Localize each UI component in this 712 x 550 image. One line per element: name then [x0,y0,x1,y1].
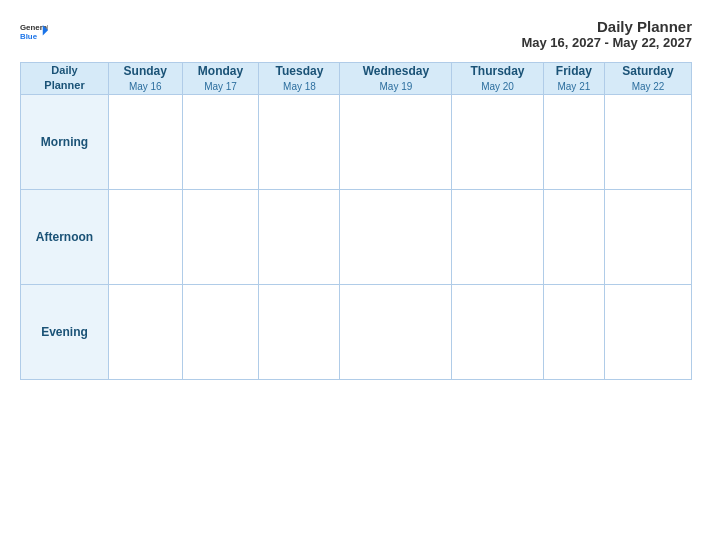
friday-date: May 21 [544,80,604,94]
generalblue-logo-icon: General Blue [20,18,48,46]
morning-tuesday[interactable] [259,94,340,189]
col-header-wednesday: Wednesday May 19 [340,63,452,95]
col-header-saturday: Saturday May 22 [605,63,692,95]
header-row: Daily Planner Sunday May 16 Monday May 1… [21,63,692,95]
evening-label: Evening [21,284,109,379]
logo: General Blue [20,18,48,46]
afternoon-saturday[interactable] [605,189,692,284]
evening-row: Evening [21,284,692,379]
evening-sunday[interactable] [109,284,183,379]
tuesday-name: Tuesday [259,63,339,80]
col-header-line1: Daily [51,64,77,76]
morning-friday[interactable] [543,94,604,189]
wednesday-name: Wednesday [340,63,451,80]
morning-sunday[interactable] [109,94,183,189]
afternoon-monday[interactable] [182,189,259,284]
afternoon-wednesday[interactable] [340,189,452,284]
col-header-friday: Friday May 21 [543,63,604,95]
page-header: General Blue Daily Planner May 16, 2027 … [20,18,692,50]
svg-text:Blue: Blue [20,32,38,41]
monday-name: Monday [183,63,259,80]
col-header-line2: Planner [44,79,84,91]
calendar-table: Daily Planner Sunday May 16 Monday May 1… [20,62,692,380]
afternoon-sunday[interactable] [109,189,183,284]
saturday-date: May 22 [605,80,691,94]
first-column-header: Daily Planner [21,63,109,95]
morning-saturday[interactable] [605,94,692,189]
morning-thursday[interactable] [452,94,543,189]
col-header-monday: Monday May 17 [182,63,259,95]
evening-wednesday[interactable] [340,284,452,379]
morning-row: Morning [21,94,692,189]
afternoon-tuesday[interactable] [259,189,340,284]
afternoon-friday[interactable] [543,189,604,284]
afternoon-thursday[interactable] [452,189,543,284]
friday-name: Friday [544,63,604,80]
wednesday-date: May 19 [340,80,451,94]
saturday-name: Saturday [605,63,691,80]
morning-wednesday[interactable] [340,94,452,189]
morning-monday[interactable] [182,94,259,189]
planner-date: May 16, 2027 - May 22, 2027 [521,35,692,50]
evening-thursday[interactable] [452,284,543,379]
thursday-name: Thursday [452,63,542,80]
afternoon-label: Afternoon [21,189,109,284]
col-header-thursday: Thursday May 20 [452,63,543,95]
morning-label: Morning [21,94,109,189]
evening-monday[interactable] [182,284,259,379]
evening-friday[interactable] [543,284,604,379]
thursday-date: May 20 [452,80,542,94]
evening-tuesday[interactable] [259,284,340,379]
monday-date: May 17 [183,80,259,94]
title-area: Daily Planner May 16, 2027 - May 22, 202… [521,18,692,50]
tuesday-date: May 18 [259,80,339,94]
evening-saturday[interactable] [605,284,692,379]
col-header-tuesday: Tuesday May 18 [259,63,340,95]
sunday-name: Sunday [109,63,182,80]
afternoon-row: Afternoon [21,189,692,284]
planner-title: Daily Planner [521,18,692,35]
col-header-sunday: Sunday May 16 [109,63,183,95]
sunday-date: May 16 [109,80,182,94]
